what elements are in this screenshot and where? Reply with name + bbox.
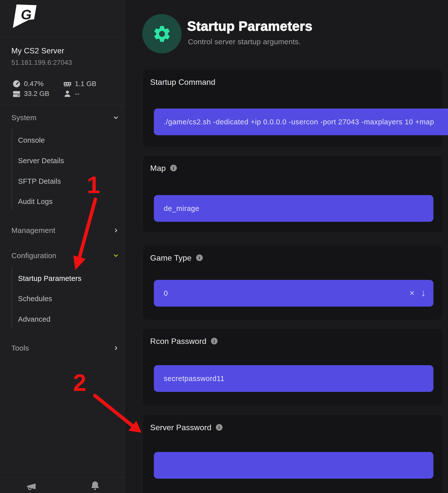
- sidebar-section-management[interactable]: Management: [11, 226, 119, 235]
- nav-group-indent-line: [12, 267, 12, 328]
- sidebar-divider-bottom: [0, 477, 126, 477]
- field-label-text: Startup Command: [150, 78, 215, 87]
- sidebar-item-label: Server Details: [18, 157, 64, 165]
- info-icon[interactable]: i: [211, 338, 218, 344]
- chevron-right-icon: [113, 345, 119, 351]
- sidebar-divider-stats: [0, 105, 126, 105]
- sidebar-item-label: Startup Parameters: [18, 274, 81, 283]
- gauge-icon: [12, 80, 21, 88]
- sidebar-section-tools[interactable]: Tools: [11, 344, 119, 353]
- rcon-password-value: secretpassword11: [164, 375, 224, 383]
- svg-text:G: G: [21, 7, 32, 22]
- field-label-text: Map: [150, 164, 166, 173]
- sidebar-item-label: Console: [18, 136, 45, 144]
- page-title: Startup Parameters: [187, 18, 312, 34]
- sidebar-item-console[interactable]: Console: [18, 136, 45, 145]
- field-label: Map i: [150, 164, 177, 173]
- stat-cpu: 0.47%: [12, 80, 43, 88]
- memory-icon: [63, 80, 72, 88]
- field-label-text: Rcon Password: [150, 337, 206, 346]
- server-password-input[interactable]: [154, 452, 433, 479]
- dropdown-arrow-icon[interactable]: ↓: [421, 287, 426, 298]
- chevron-right-icon: [113, 227, 119, 233]
- players-value: --: [75, 90, 80, 98]
- select-controls: ✕ ↓: [409, 280, 426, 307]
- sidebar-item-server-details[interactable]: Server Details: [18, 156, 64, 165]
- info-icon[interactable]: i: [170, 165, 177, 171]
- sidebar-section-label: System: [11, 113, 37, 122]
- chevron-down-icon: [113, 114, 119, 121]
- main-content: Startup Parameters Control server startu…: [126, 0, 448, 493]
- sidebar-item-advanced[interactable]: Advanced: [18, 315, 50, 324]
- field-label: Game Type i: [150, 253, 203, 263]
- sidebar-item-label: SFTP Details: [18, 177, 61, 185]
- field-label: Rcon Password i: [150, 337, 218, 346]
- card-map: Map i de_mirage: [143, 156, 443, 232]
- nav-group-indent-line: [12, 128, 12, 210]
- server-ip-address: 51.161.199.6:27043: [11, 59, 72, 67]
- startup-command-input[interactable]: ./game/cs2.sh -dedicated +ip 0.0.0.0 -us…: [154, 109, 448, 135]
- disk-icon: [12, 90, 21, 98]
- game-type-value: 0: [164, 289, 168, 297]
- page-icon-circle: [142, 14, 182, 53]
- brand-g-logo[interactable]: G: [13, 4, 37, 30]
- chevron-down-icon: [113, 252, 119, 259]
- card-server-password: Server Password i: [143, 415, 443, 493]
- map-input[interactable]: de_mirage: [154, 195, 433, 222]
- stat-memory: 1.1 GB: [63, 80, 96, 88]
- server-name: My CS2 Server: [11, 46, 64, 55]
- sidebar-item-label: Advanced: [18, 315, 50, 323]
- map-value: de_mirage: [164, 204, 199, 213]
- card-game-type: Game Type i 0 ✕ ↓: [143, 246, 443, 320]
- sidebar: G My CS2 Server 51.161.199.6:27043 0.47%…: [0, 0, 126, 493]
- sidebar-section-label: Tools: [11, 344, 29, 352]
- stat-players: --: [63, 90, 80, 98]
- announcements-megaphone-icon[interactable]: [26, 481, 37, 492]
- sidebar-section-system[interactable]: System: [11, 113, 119, 122]
- players-icon: [63, 90, 72, 98]
- sidebar-item-label: Audit Logs: [18, 198, 53, 206]
- sidebar-item-sftp-details[interactable]: SFTP Details: [18, 177, 61, 186]
- sidebar-item-audit-logs[interactable]: Audit Logs: [18, 197, 53, 206]
- gear-icon: [152, 24, 172, 44]
- startup-command-value: ./game/cs2.sh -dedicated +ip 0.0.0.0 -us…: [164, 118, 434, 126]
- stat-disk: 33.2 GB: [12, 90, 49, 98]
- sidebar-section-label: Configuration: [11, 251, 56, 260]
- cpu-value: 0.47%: [24, 80, 43, 88]
- info-icon[interactable]: i: [216, 424, 223, 431]
- sidebar-section-configuration[interactable]: Configuration: [11, 251, 119, 260]
- field-label-text: Game Type: [150, 253, 192, 263]
- sidebar-item-startup-parameters[interactable]: Startup Parameters: [18, 274, 81, 283]
- field-label: Server Password i: [150, 423, 223, 432]
- notifications-bell-icon[interactable]: [90, 480, 100, 491]
- memory-value: 1.1 GB: [75, 80, 96, 88]
- sidebar-item-schedules[interactable]: Schedules: [18, 294, 52, 303]
- card-rcon-password: Rcon Password i secretpassword11: [143, 329, 443, 405]
- clear-icon[interactable]: ✕: [409, 289, 415, 297]
- sidebar-section-label: Management: [11, 226, 55, 235]
- rcon-password-input[interactable]: secretpassword11: [154, 365, 433, 392]
- page-subtitle: Control server startup arguments.: [188, 38, 301, 46]
- disk-value: 33.2 GB: [24, 90, 49, 98]
- sidebar-item-label: Schedules: [18, 295, 52, 303]
- card-startup-command: Startup Command ./game/cs2.sh -dedicated…: [143, 70, 443, 147]
- sidebar-divider-top: [0, 37, 126, 37]
- info-icon[interactable]: i: [196, 254, 203, 261]
- field-label-text: Server Password: [150, 423, 211, 432]
- field-label: Startup Command: [150, 78, 215, 87]
- game-type-select[interactable]: 0 ✕ ↓: [154, 280, 433, 307]
